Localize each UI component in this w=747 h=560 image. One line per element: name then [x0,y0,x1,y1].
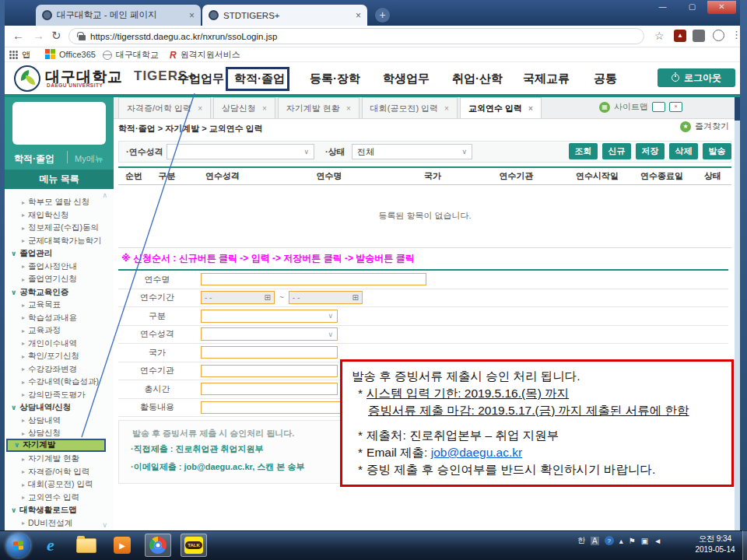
sidebar-item[interactable]: ▸교육목표 [5,299,114,312]
sidebar-item[interactable]: ▸수강내역(학습성과) [5,376,114,389]
sitemap-link[interactable]: 사이트맵 [614,101,648,113]
profile-avatar-icon[interactable] [713,30,724,41]
bookmark-office365[interactable]: Office365 [45,49,96,59]
bookmark-remote-support[interactable]: R 원격지원서비스 [170,49,240,61]
save-button[interactable]: 저장 [636,143,665,159]
sidebar-item[interactable]: ▸자기계발 현황 [5,453,114,466]
calendar-icon[interactable]: ⊞ [352,293,358,302]
delete-button[interactable]: 삭제 [669,143,698,159]
browser-tab-1[interactable]: 대구대학교 - 메인 페이지 × [36,5,201,26]
reload-icon[interactable]: ↻ [51,29,61,43]
sidebar-item[interactable]: ▸수강강좌변경 [5,363,114,376]
help-tray-icon[interactable]: ? [605,536,614,545]
workspace-tab-external-training-active[interactable]: 교외연수 입력× [460,97,542,118]
institution-input[interactable] [201,365,338,377]
sidebar-item[interactable]: ▸강의만족도평가 [5,389,114,402]
network-icon[interactable]: ▣ [641,537,648,545]
volume-muted-icon[interactable]: ◄ [654,537,661,545]
tab-close-icon[interactable]: × [189,10,195,21]
browser-tab-2-active[interactable]: STDTIGERS+ × [202,5,367,26]
maximize-button[interactable]: ▢ [678,1,707,14]
end-date-picker[interactable]: - -⊞ [289,291,363,304]
sidebar-group-self-development-highlighted[interactable]: ∨자기계발 [6,439,106,452]
email-link[interactable]: job@daegu.ac.kr [431,446,522,459]
search-button[interactable]: 조회 [569,143,598,159]
media-player-icon[interactable]: ▶ [109,534,135,557]
tab-close-icon[interactable]: × [346,104,351,113]
sidebar-item[interactable]: ▸대회(공모전) 입력 [5,478,114,492]
country-input[interactable] [201,346,338,359]
sidebar-item[interactable]: ▸DU비전설계 [5,517,114,530]
sidebar-group[interactable]: ∨대학생활로드맵 [5,504,114,517]
category-select[interactable]: ∨ [201,310,338,323]
sidebar-item[interactable]: ▸군제대복학가능학기 [5,235,114,248]
sidebar-item[interactable]: ▸학부모 열람 신청 [5,196,114,209]
ime-korean-icon[interactable]: 한 [577,535,585,546]
sidebar-item[interactable]: ▸학습성과내용 [5,312,114,325]
close-button[interactable]: ✕ [707,1,736,14]
bookmark-star-icon[interactable]: ☆ [654,30,665,42]
back-icon[interactable]: ← [12,29,24,42]
sidebar-group[interactable]: ∨상담내역/신청 [5,401,114,415]
training-type-select[interactable]: ∨ [201,327,338,341]
tab-close-icon[interactable]: × [198,104,202,113]
nav-employment-industry[interactable]: 취업·산학 [452,72,503,86]
url-text[interactable]: https://tigersstd.daegu.ac.kr/nxrun/ssoL… [90,32,277,41]
sidebar-group[interactable]: ∨졸업관리 [5,247,114,261]
sidebar-item[interactable]: ▸개인이수내역 [5,338,114,351]
sidebar-item[interactable]: ▸상담내역 [5,415,114,428]
favorite-link[interactable]: 즐겨찾기 [695,121,729,132]
new-button[interactable]: 신규 [602,143,631,159]
nav-classes[interactable]: 수업업무 [177,72,224,86]
window-popup-icon[interactable] [652,102,665,112]
window-close-popup-icon[interactable]: × [669,102,682,112]
address-bar[interactable]: https://tigersstd.daegu.ac.kr/nxrun/ssoL… [68,28,644,44]
extension-icon[interactable] [693,30,705,42]
file-explorer-icon[interactable] [73,534,100,557]
send-button[interactable]: 발송 [703,143,731,159]
show-desktop-button[interactable] [742,530,747,560]
chrome-taskbar-icon[interactable] [145,534,171,557]
new-tab-button[interactable]: + [375,8,390,23]
action-center-flag-icon[interactable]: ⚑ [629,537,636,545]
training-name-input[interactable] [201,273,426,285]
nav-student-affairs[interactable]: 학생업무 [383,72,430,86]
start-date-picker[interactable]: - -⊞ [201,291,275,304]
minimize-button[interactable]: — [648,1,677,14]
scroll-down-icon[interactable]: ∨ [102,521,107,529]
nav-registration-scholarship[interactable]: 등록·장학 [310,72,360,86]
start-button[interactable] [6,534,30,558]
kakaotalk-taskbar-icon[interactable]: TALK [181,534,207,557]
sidebar-item[interactable]: ▸졸업사정안내 [5,261,114,274]
nav-common[interactable]: 공통 [594,72,617,86]
sidebar-item[interactable]: ▸정보제공(수집)동의 [5,222,114,235]
workspace-tab-contest[interactable]: 대회(공모전) 입력× [362,97,458,118]
apps-shortcut[interactable]: 앱 [9,49,30,61]
sidebar-item[interactable]: ▸교외연수 입력 [5,492,114,505]
calendar-icon[interactable]: ⊞ [265,293,271,302]
tab-close-icon[interactable]: × [262,104,267,113]
internet-explorer-icon[interactable]: e [37,534,64,557]
sidebar-item[interactable]: ▸확인/포기신청 [5,350,114,363]
tab-close-icon[interactable]: × [444,104,449,113]
workspace-tab-counsel[interactable]: 상담신청× [213,97,275,118]
content-scrollbar[interactable] [735,121,740,530]
tab-close-icon[interactable]: × [356,10,361,21]
ime-mode-icon[interactable]: A [591,537,599,545]
workspace-tab-selfdev-status[interactable]: 자기계발 현황× [278,97,359,118]
total-hours-input[interactable] [201,383,338,395]
taskbar-clock[interactable]: 오전 9:34 2019-05-14 [689,534,741,555]
sidebar-item[interactable]: ▸재입학신청 [5,209,114,222]
sidebar-group[interactable]: ∨공학교육인증 [5,286,114,299]
nav-international[interactable]: 국제교류 [523,72,570,86]
workspace-tab-certificates[interactable]: 자격증/어학 입력× [118,97,211,118]
logout-button[interactable]: 로그아웃 [658,68,735,87]
sidebar-item[interactable]: ▸졸업연기신청 [5,273,114,286]
show-hidden-icons[interactable]: ▴ [619,537,623,545]
tab-close-icon[interactable]: × [528,104,533,113]
forward-icon[interactable]: → [33,29,44,42]
bookmark-daegu-univ[interactable]: 대구대학교 [103,49,159,61]
adobe-pdf-extension-icon[interactable]: ▲ [674,30,686,42]
sidebar-item[interactable]: ▸교육과정 [5,324,114,338]
sidebar-item[interactable]: ▸자격증/어학 입력 [5,466,114,479]
